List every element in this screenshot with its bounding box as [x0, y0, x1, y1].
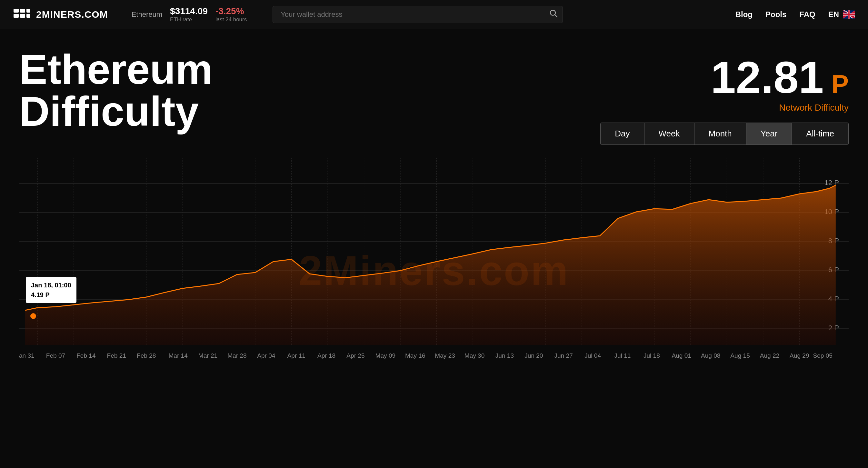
svg-text:Feb 28: Feb 28: [137, 352, 156, 359]
main-content: Ethereum Difficulty 12.81 P Network Diff…: [0, 29, 868, 396]
time-btn-alltime[interactable]: All-time: [792, 123, 848, 145]
lang-selector[interactable]: EN: [828, 10, 855, 19]
svg-text:Apr 11: Apr 11: [287, 352, 306, 359]
logo-text: 2MINERS.COM: [36, 9, 108, 20]
svg-text:Apr 25: Apr 25: [346, 352, 365, 359]
chart-container: 2Miners.com Jan 18, 01:00 4.19 P 12 P 10…: [19, 158, 849, 383]
header: 2MINERS.COM Ethereum $3114.09 ETH rate -…: [0, 0, 868, 29]
eth-rate-label: ETH rate: [170, 17, 208, 23]
svg-text:Jun 20: Jun 20: [525, 352, 543, 359]
svg-text:Jul 18: Jul 18: [644, 352, 660, 359]
svg-text:Jun 27: Jun 27: [555, 352, 573, 359]
eth-change: -3.25%: [215, 6, 247, 17]
svg-text:12 P: 12 P: [824, 179, 839, 187]
svg-text:Aug 08: Aug 08: [701, 352, 720, 359]
difficulty-label: Network Difficulty: [779, 102, 849, 113]
svg-text:Apr 18: Apr 18: [317, 352, 336, 359]
search-wrapper: [273, 6, 563, 23]
svg-rect-4: [26, 9, 30, 12]
nav-pools[interactable]: Pools: [766, 10, 786, 19]
svg-text:Aug 29: Aug 29: [789, 352, 809, 359]
time-btn-week[interactable]: Week: [645, 123, 694, 145]
difficulty-number: 12.81: [711, 55, 824, 100]
svg-text:Aug 01: Aug 01: [672, 352, 691, 359]
svg-rect-16: [843, 14, 855, 15]
svg-rect-1: [13, 14, 19, 18]
page-title: Ethereum Difficulty: [19, 49, 213, 132]
tooltip-date: Jan 18, 01:00: [31, 280, 71, 290]
eth-change-label: last 24 hours: [215, 17, 247, 23]
svg-marker-51: [25, 185, 836, 345]
svg-text:May 23: May 23: [435, 352, 455, 359]
time-btn-month[interactable]: Month: [694, 123, 746, 145]
nav-blog[interactable]: Blog: [736, 10, 752, 19]
svg-rect-0: [13, 9, 19, 12]
difficulty-unit: P: [832, 71, 849, 97]
nav-links: Blog Pools FAQ EN: [736, 10, 855, 19]
difficulty-value-row: 12.81 P: [711, 55, 849, 100]
svg-text:Feb 07: Feb 07: [46, 352, 65, 359]
eth-rate-block: Ethereum $3114.09 ETH rate -3.25% last 2…: [121, 6, 247, 23]
eth-change-block: -3.25% last 24 hours: [215, 6, 247, 23]
time-btn-day[interactable]: Day: [600, 123, 644, 145]
search-button[interactable]: [549, 9, 558, 20]
svg-text:Aug 22: Aug 22: [760, 352, 779, 359]
chart-tooltip: Jan 18, 01:00 4.19 P: [26, 277, 76, 303]
difficulty-chart: 12 P 10 P 8 P 6 P 4 P 2 P: [19, 158, 849, 367]
eth-price: $3114.09: [170, 6, 208, 17]
right-panel: 12.81 P Network Difficulty Day Week Mont…: [600, 49, 849, 145]
tooltip-dot: [30, 313, 36, 319]
nav-faq[interactable]: FAQ: [799, 10, 815, 19]
coin-name: Ethereum: [132, 10, 162, 19]
svg-text:Sep 05: Sep 05: [813, 352, 832, 359]
logo-area: 2MINERS.COM: [13, 7, 108, 22]
svg-text:Jan 31: Jan 31: [19, 352, 34, 359]
svg-text:May 16: May 16: [405, 352, 426, 359]
svg-text:Apr 04: Apr 04: [257, 352, 276, 359]
svg-text:May 30: May 30: [464, 352, 485, 359]
svg-text:Jul 11: Jul 11: [615, 352, 631, 359]
svg-text:Feb 21: Feb 21: [107, 352, 126, 359]
svg-text:Jul 04: Jul 04: [585, 352, 601, 359]
svg-rect-2: [20, 9, 25, 12]
time-range-buttons: Day Week Month Year All-time: [600, 123, 849, 145]
svg-text:Aug 15: Aug 15: [730, 352, 750, 359]
lang-text: EN: [828, 10, 839, 19]
tooltip-value: 4.19 P: [31, 290, 71, 300]
svg-text:Mar 21: Mar 21: [198, 352, 217, 359]
flag-icon: [843, 10, 855, 19]
svg-line-7: [555, 14, 557, 17]
svg-rect-3: [20, 14, 25, 18]
svg-text:Feb 14: Feb 14: [76, 352, 96, 359]
wallet-search-input[interactable]: [273, 6, 563, 23]
svg-text:Jun 13: Jun 13: [495, 352, 514, 359]
svg-rect-5: [26, 14, 30, 18]
time-btn-year[interactable]: Year: [746, 123, 792, 145]
eth-price-block: $3114.09 ETH rate: [170, 6, 208, 23]
svg-text:May 09: May 09: [375, 352, 396, 359]
svg-text:Mar 14: Mar 14: [168, 352, 188, 359]
logo-icon: [13, 7, 32, 22]
top-section: Ethereum Difficulty 12.81 P Network Diff…: [19, 49, 849, 145]
svg-text:Mar 28: Mar 28: [227, 352, 246, 359]
